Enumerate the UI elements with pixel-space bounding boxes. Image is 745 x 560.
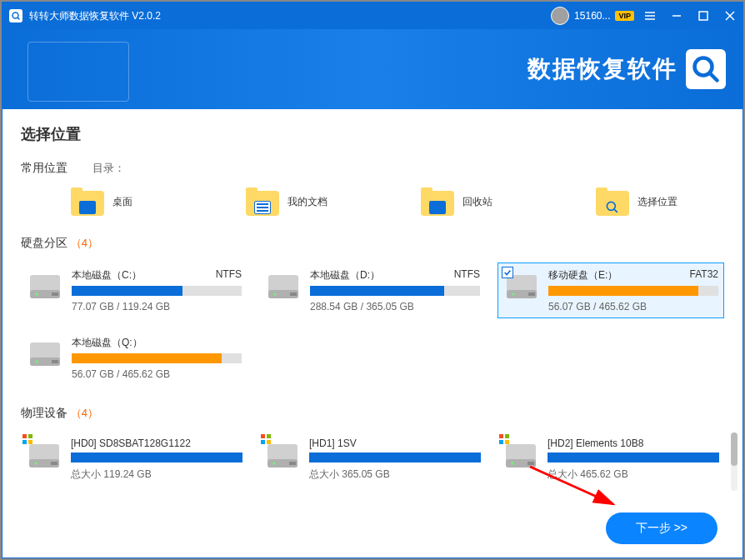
banner: 数据恢复软件 — [2, 29, 742, 109]
folder-recycle-icon — [421, 188, 454, 216]
content-area: 选择位置 常用位置 目录： 桌面 我的文档 回收站 选择位置 — [2, 109, 742, 499]
next-button[interactable]: 下一步 >> — [606, 512, 718, 544]
common-locations: 桌面 我的文档 回收站 选择位置 — [21, 188, 724, 216]
app-logo-icon — [9, 9, 22, 22]
windows-marker-icon — [261, 434, 271, 444]
disk-icon — [27, 336, 63, 372]
device-size: 总大小 119.24 GB — [71, 468, 242, 482]
scrollbar-thumb[interactable] — [731, 432, 738, 466]
maximize-button[interactable] — [698, 10, 709, 22]
user-avatar-icon — [551, 7, 569, 25]
location-label: 选择位置 — [638, 195, 678, 209]
svg-point-19 — [274, 293, 277, 296]
svg-line-1 — [18, 18, 20, 20]
disk-icon — [27, 268, 63, 305]
location-recycle-bin[interactable]: 回收站 — [371, 188, 546, 216]
svg-rect-32 — [51, 462, 58, 465]
location-desktop[interactable]: 桌面 — [21, 188, 196, 216]
folder-browse-icon — [596, 188, 629, 216]
partition-item[interactable]: 本地磁盘（Q:）56.07 GB / 465.62 GB — [21, 330, 248, 386]
partitions-list: 本地磁盘（C:）NTFS77.07 GB / 119.24 GB本地磁盘（D:）… — [21, 262, 724, 386]
devices-header: 物理设备 （4） — [21, 406, 724, 421]
disk-icon — [265, 268, 302, 305]
partition-name: 本地磁盘（Q:） — [72, 336, 142, 350]
partition-name: 移动硬盘（E:） — [548, 268, 618, 282]
device-item[interactable]: [HD2] Elements 10B8总大小 465.62 GB — [498, 432, 724, 487]
svg-rect-24 — [528, 292, 535, 296]
menu-button[interactable] — [644, 10, 656, 22]
usage-bar — [310, 286, 480, 296]
partitions-label: 硬盘分区 — [21, 236, 68, 249]
device-size: 总大小 365.05 GB — [309, 468, 481, 482]
svg-line-12 — [614, 209, 618, 212]
devices-count: （4） — [71, 407, 98, 419]
device-name: [HD1] 1SV — [309, 438, 357, 449]
device-name: [HD2] Elements 10B8 — [548, 438, 643, 449]
titlebar: 转转大师数据恢复软件 V2.0.2 15160... VIP — [2, 2, 742, 29]
page-title: 选择位置 — [21, 124, 724, 144]
windows-marker-icon — [499, 434, 509, 444]
minimize-button[interactable] — [671, 10, 682, 22]
location-label: 桌面 — [112, 195, 132, 209]
svg-point-15 — [36, 293, 38, 296]
app-window: 转转大师数据恢复软件 V2.0.2 15160... VIP 数据恢复软件 选择… — [2, 2, 743, 558]
partition-item[interactable]: 移动硬盘（E:）FAT3256.07 GB / 465.62 GB — [498, 262, 724, 318]
device-size: 总大小 465.62 GB — [548, 468, 719, 482]
location-label: 回收站 — [462, 195, 492, 209]
svg-rect-20 — [290, 292, 297, 296]
partition-checkbox[interactable] — [502, 267, 513, 278]
scrollbar[interactable] — [731, 432, 738, 491]
partitions-count: （4） — [71, 237, 98, 249]
svg-rect-36 — [289, 462, 296, 465]
partition-fs: NTFS — [454, 268, 480, 282]
svg-line-10 — [710, 73, 718, 81]
usage-bar — [548, 286, 718, 296]
user-id-label: 15160... — [574, 10, 610, 22]
user-area[interactable]: 15160... VIP — [551, 7, 634, 25]
partitions-header: 硬盘分区 （4） — [21, 236, 724, 251]
svg-point-39 — [512, 462, 514, 465]
location-browse[interactable]: 选择位置 — [546, 188, 721, 216]
close-button[interactable] — [724, 10, 736, 22]
folder-desktop-icon — [71, 188, 104, 216]
partition-name: 本地磁盘（C:） — [72, 268, 142, 282]
folder-documents-icon — [246, 188, 279, 216]
devices-list: [HD0] SD8SBAT128G1122总大小 119.24 GB[HD1] … — [21, 432, 724, 487]
banner-title: 数据恢复软件 — [528, 53, 678, 85]
svg-rect-16 — [52, 292, 58, 296]
devices-label: 物理设备 — [21, 406, 68, 419]
windows-marker-icon — [22, 434, 32, 444]
device-bar — [309, 452, 481, 462]
partition-item[interactable]: 本地磁盘（D:）NTFS288.54 GB / 365.05 GB — [259, 262, 486, 318]
svg-rect-40 — [528, 462, 534, 465]
partition-usage: 56.07 GB / 465.62 GB — [72, 368, 242, 380]
banner-search-icon — [686, 49, 726, 89]
partition-usage: 77.07 GB / 119.24 GB — [72, 301, 242, 312]
svg-rect-6 — [699, 12, 708, 20]
device-item[interactable]: [HD1] 1SV总大小 365.05 GB — [259, 432, 486, 487]
common-label: 常用位置 — [21, 161, 68, 176]
vip-badge: VIP — [615, 11, 634, 21]
partition-name: 本地磁盘（D:） — [310, 268, 380, 282]
svg-point-23 — [512, 293, 515, 296]
common-locations-header: 常用位置 目录： — [21, 161, 724, 176]
footer: 下一步 >> — [2, 499, 742, 558]
partition-item[interactable]: 本地磁盘（C:）NTFS77.07 GB / 119.24 GB — [21, 262, 248, 318]
svg-point-35 — [273, 462, 276, 465]
partition-fs: NTFS — [216, 268, 242, 282]
location-label: 我的文档 — [288, 195, 328, 209]
device-bar — [548, 452, 719, 462]
svg-point-27 — [36, 361, 38, 363]
device-name: [HD0] SD8SBAT128G1122 — [71, 438, 191, 449]
svg-rect-28 — [52, 360, 58, 363]
dir-label: 目录： — [92, 161, 125, 176]
location-documents[interactable]: 我的文档 — [196, 188, 371, 216]
device-item[interactable]: [HD0] SD8SBAT128G1122总大小 119.24 GB — [21, 432, 248, 487]
svg-point-0 — [12, 12, 18, 18]
usage-bar — [72, 286, 242, 296]
app-title: 转转大师数据恢复软件 V2.0.2 — [29, 9, 161, 23]
usage-bar — [72, 353, 242, 363]
partition-usage: 288.54 GB / 365.05 GB — [310, 301, 480, 312]
partition-usage: 56.07 GB / 465.62 GB — [548, 301, 718, 312]
svg-point-31 — [35, 462, 38, 465]
